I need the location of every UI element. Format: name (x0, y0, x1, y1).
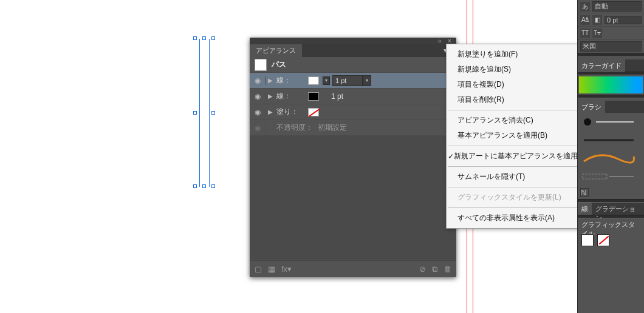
handle[interactable] (193, 36, 197, 40)
brush-tabs: ブラシ (578, 101, 644, 113)
swatch-dropdown[interactable]: ▾ (323, 76, 330, 85)
menu-hide-thumbnail[interactable]: ✓サムネールを隠す(T) (447, 169, 583, 184)
attr-label: 塗り： (275, 107, 308, 117)
panel-controls: « × (250, 38, 456, 44)
collapse-icon[interactable]: « (438, 38, 444, 44)
brush-list (578, 113, 644, 186)
object-type-label: パス (272, 59, 286, 70)
clear-icon[interactable]: ⊘ (419, 264, 426, 274)
lang-row: 米国 (578, 40, 644, 53)
menu-update-style: ✓グラフィックスタイルを更新(L) (447, 190, 583, 205)
handle[interactable] (193, 111, 197, 115)
color-spectrum[interactable] (579, 76, 643, 93)
handle[interactable] (202, 184, 206, 188)
disclosure-icon[interactable]: ▶ (265, 93, 275, 99)
attr-label: 線： (275, 91, 308, 101)
colorguide-tabs: カラーガイド (578, 59, 644, 72)
new-fill-icon[interactable]: ▢ (255, 264, 262, 274)
menu-separator (448, 187, 581, 187)
disclosure-icon[interactable]: ▶ (265, 109, 275, 115)
menu-delete-item[interactable]: ✓項目を削除(R) (447, 92, 583, 107)
menu-separator (448, 207, 581, 208)
pt-field[interactable]: 0 pt (605, 16, 642, 24)
duplicate-icon[interactable]: ⧉ (432, 264, 437, 274)
handle[interactable] (202, 36, 206, 40)
opacity-row[interactable]: ◉ 不透明度： 初期設定 (250, 120, 456, 136)
tt-row: TT Tᴛ (578, 27, 644, 40)
fill-row[interactable]: ◉ ▶ 塗り： (250, 104, 456, 120)
tab-graphic-styles[interactable]: グラフィックスタイル (578, 218, 644, 231)
right-panel-dock: あ 自動 Aâ ◧ 0 pt TT Tᴛ 米国 カラーガイド ブラシ ℕ (577, 0, 644, 313)
menu-clear-appearance[interactable]: ✓アピアランスを消去(C) (447, 113, 583, 128)
language-select[interactable]: 米国 (580, 41, 642, 52)
trash-icon[interactable]: 🗑 (444, 264, 451, 274)
fill-color-swatch[interactable] (308, 108, 319, 116)
target-object-row: パス (250, 57, 456, 73)
gstyle-tabs: グラフィックスタイル (578, 218, 644, 231)
weight-dropdown[interactable]: ▾ (363, 75, 371, 86)
menu-reduce-appearance[interactable]: ✓基本アピアランスを適用(B) (447, 128, 583, 143)
dock-divider (578, 95, 644, 98)
handle[interactable] (211, 111, 215, 115)
brush-item[interactable] (578, 149, 644, 167)
close-icon[interactable]: × (448, 38, 454, 44)
check-icon: ✓ (448, 152, 454, 161)
visibility-toggle[interactable]: ◉ (250, 92, 265, 101)
visibility-toggle[interactable]: ◉ (250, 76, 265, 85)
gstyle-default[interactable] (581, 234, 594, 246)
visibility-toggle[interactable]: ◉ (250, 124, 265, 132)
brush-item[interactable] (578, 167, 644, 186)
stroke-tabs: 線 グラデーション (578, 203, 644, 215)
object-thumbnail (255, 59, 267, 71)
menu-separator (448, 166, 581, 167)
menu-show-hidden-attrs[interactable]: ✓すべての非表示属性を表示(A) (447, 210, 583, 226)
dock-divider (578, 72, 644, 75)
stepper-icon[interactable]: ◧ (592, 15, 602, 25)
panel-tabstrip: アピアランス ▾≡ (250, 44, 456, 57)
char-icon: あ (580, 2, 590, 12)
allcaps-icon[interactable]: TT (580, 29, 590, 38)
handle[interactable] (211, 184, 215, 188)
svg-rect-3 (583, 174, 607, 179)
tab-brushes[interactable]: ブラシ (578, 101, 605, 113)
tab-color-guide[interactable]: カラーガイド (578, 59, 625, 72)
panel-empty-area (250, 136, 456, 260)
handle[interactable] (193, 184, 197, 188)
auto-label[interactable]: 自動 (592, 1, 642, 12)
leading-row: Aâ ◧ 0 pt (578, 13, 644, 27)
char-row: あ 自動 (578, 0, 644, 13)
stroke-row-2[interactable]: ◉ ▶ 線： 1 pt (250, 89, 456, 104)
smallcaps-icon[interactable]: Tᴛ (592, 29, 602, 38)
tab-appearance[interactable]: アピアランス (250, 44, 302, 57)
opacity-value[interactable]: 初期設定 (318, 123, 347, 133)
menu-add-stroke[interactable]: ✓新規線を追加(S) (447, 62, 583, 77)
stroke-weight-input[interactable]: 1 pt (332, 75, 363, 86)
appearance-panel-menu[interactable]: ✓新規塗りを追加(F) ✓新規線を追加(S) ✓項目を複製(D) ✓項目を削除(… (446, 44, 583, 229)
brush-item[interactable] (578, 113, 644, 131)
panel-footer: ▢ ▦ fx▾ ⊘ ⧉ 🗑 (250, 260, 456, 277)
stroke-color-swatch[interactable] (308, 92, 319, 101)
stroke-weight-value: 1 pt (331, 92, 343, 101)
menu-separator (448, 146, 581, 146)
lib-icon[interactable]: ℕ (580, 188, 589, 197)
path-1[interactable] (199, 39, 200, 187)
new-stroke-icon[interactable]: ▦ (268, 264, 275, 274)
handle[interactable] (211, 36, 215, 40)
menu-add-fill[interactable]: ✓新規塗りを追加(F) (447, 47, 583, 62)
gstyle-none[interactable] (597, 234, 609, 246)
stroke-color-swatch[interactable] (308, 76, 319, 85)
tab-stroke[interactable]: 線 (578, 203, 592, 215)
brush-item[interactable] (578, 131, 644, 149)
attr-label: 不透明度： (275, 123, 318, 133)
attr-label: 線： (275, 75, 308, 86)
stroke-row-1[interactable]: ◉ ▶ 線： ▾ 1 pt ▾ (250, 73, 456, 89)
disclosure-icon[interactable]: ▶ (265, 77, 275, 84)
svg-point-0 (584, 118, 591, 126)
menu-duplicate-item[interactable]: ✓項目を複製(D) (447, 77, 583, 92)
fx-button[interactable]: fx▾ (281, 264, 292, 274)
path-2[interactable] (209, 39, 210, 187)
appearance-panel[interactable]: « × アピアランス ▾≡ パス ◉ ▶ 線： ▾ 1 pt ▾ ◉ ▶ 線： … (250, 38, 456, 277)
visibility-toggle[interactable]: ◉ (250, 108, 265, 116)
menu-new-art-basic[interactable]: ✓新規アートに基本アピアランスを適用(N) (447, 149, 583, 164)
tab-gradient[interactable]: グラデーション (592, 203, 644, 215)
